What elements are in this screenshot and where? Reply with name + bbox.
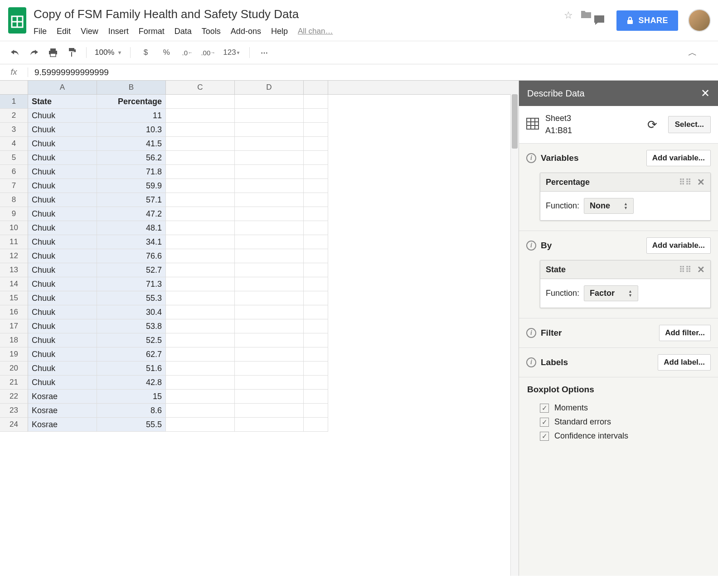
cell-c14[interactable]	[166, 277, 235, 291]
menu-data[interactable]: Data	[175, 27, 192, 36]
remove-variable-button[interactable]: ✕	[697, 177, 705, 188]
cell-a11[interactable]: Chuuk	[28, 235, 97, 249]
cell-b3[interactable]: 10.3	[97, 123, 166, 137]
cell-a3[interactable]: Chuuk	[28, 123, 97, 137]
cell-d22[interactable]	[235, 390, 304, 404]
row-header[interactable]: 18	[0, 333, 28, 347]
column-header-c[interactable]: C	[166, 81, 235, 94]
add-filter-button[interactable]: Add filter...	[659, 325, 711, 341]
cell-e11[interactable]	[304, 235, 328, 249]
cell-e8[interactable]	[304, 193, 328, 207]
cell-c4[interactable]	[166, 137, 235, 151]
cell-b1[interactable]: Percentage	[97, 95, 166, 109]
row-header[interactable]: 8	[0, 193, 28, 207]
cell-d21[interactable]	[235, 376, 304, 390]
cell-e12[interactable]	[304, 249, 328, 263]
row-header[interactable]: 16	[0, 305, 28, 319]
document-title[interactable]: Copy of FSM Family Health and Safety Stu…	[33, 5, 558, 23]
cell-a4[interactable]: Chuuk	[28, 137, 97, 151]
cell-b19[interactable]: 62.7	[97, 347, 166, 361]
cell-b18[interactable]: 52.5	[97, 333, 166, 347]
row-header[interactable]: 24	[0, 418, 28, 432]
row-header[interactable]: 20	[0, 361, 28, 376]
cell-d1[interactable]	[235, 95, 304, 109]
cell-c10[interactable]	[166, 221, 235, 235]
row-header[interactable]: 23	[0, 404, 28, 418]
cell-a16[interactable]: Chuuk	[28, 305, 97, 319]
cell-e5[interactable]	[304, 151, 328, 165]
cell-c22[interactable]	[166, 390, 235, 404]
cell-b16[interactable]: 30.4	[97, 305, 166, 319]
menu-insert[interactable]: Insert	[108, 27, 129, 36]
cell-e2[interactable]	[304, 109, 328, 123]
cell-d6[interactable]	[235, 165, 304, 179]
menu-help[interactable]: Help	[271, 27, 288, 36]
cell-d8[interactable]	[235, 193, 304, 207]
cell-d23[interactable]	[235, 404, 304, 418]
row-header[interactable]: 22	[0, 390, 28, 404]
cell-e19[interactable]	[304, 347, 328, 361]
cell-b6[interactable]: 71.8	[97, 165, 166, 179]
all-changes-link[interactable]: All chan…	[298, 27, 333, 36]
row-header[interactable]: 12	[0, 249, 28, 263]
cell-b21[interactable]: 42.8	[97, 376, 166, 390]
cell-d19[interactable]	[235, 347, 304, 361]
cell-a23[interactable]: Kosrae	[28, 404, 97, 418]
drag-handle-icon[interactable]: ⠿⠿	[679, 177, 692, 187]
cell-c7[interactable]	[166, 179, 235, 193]
cell-b7[interactable]: 59.9	[97, 179, 166, 193]
row-header[interactable]: 17	[0, 319, 28, 333]
cell-d4[interactable]	[235, 137, 304, 151]
cell-d15[interactable]	[235, 291, 304, 305]
cell-c8[interactable]	[166, 193, 235, 207]
refresh-button[interactable]: ⟳	[647, 118, 657, 132]
cell-e22[interactable]	[304, 390, 328, 404]
currency-button[interactable]: $	[137, 46, 154, 59]
menu-tools[interactable]: Tools	[202, 27, 221, 36]
cell-b13[interactable]: 52.7	[97, 263, 166, 277]
cell-e20[interactable]	[304, 361, 328, 376]
cell-a6[interactable]: Chuuk	[28, 165, 97, 179]
cell-c19[interactable]	[166, 347, 235, 361]
cell-b17[interactable]: 53.8	[97, 319, 166, 333]
percent-button[interactable]: %	[158, 46, 175, 59]
panel-close-button[interactable]: ✕	[701, 87, 710, 100]
decrease-decimal-button[interactable]: .0←	[179, 46, 196, 59]
cell-a2[interactable]: Chuuk	[28, 109, 97, 123]
row-header[interactable]: 4	[0, 137, 28, 151]
info-icon[interactable]: i	[526, 357, 536, 367]
cell-e6[interactable]	[304, 165, 328, 179]
row-header[interactable]: 1	[0, 95, 28, 109]
add-variable-button[interactable]: Add variable...	[646, 150, 711, 166]
cell-c3[interactable]	[166, 123, 235, 137]
cell-d7[interactable]	[235, 179, 304, 193]
cell-a10[interactable]: Chuuk	[28, 221, 97, 235]
cell-a22[interactable]: Kosrae	[28, 390, 97, 404]
cell-d2[interactable]	[235, 109, 304, 123]
cell-d12[interactable]	[235, 249, 304, 263]
column-header-d[interactable]: D	[235, 81, 304, 94]
add-by-variable-button[interactable]: Add variable...	[646, 237, 711, 254]
menu-view[interactable]: View	[81, 27, 98, 36]
cell-d24[interactable]	[235, 418, 304, 432]
cell-e15[interactable]	[304, 291, 328, 305]
spreadsheet-grid[interactable]: A B C D 1StatePercentage2Chuuk113Chuuk10…	[0, 81, 519, 576]
cell-a12[interactable]: Chuuk	[28, 249, 97, 263]
cell-c24[interactable]	[166, 418, 235, 432]
cell-e17[interactable]	[304, 319, 328, 333]
cell-a24[interactable]: Kosrae	[28, 418, 97, 432]
ci-checkbox[interactable]: ✓	[540, 432, 549, 441]
cell-a8[interactable]: Chuuk	[28, 193, 97, 207]
cell-c1[interactable]	[166, 95, 235, 109]
cell-e10[interactable]	[304, 221, 328, 235]
cell-e16[interactable]	[304, 305, 328, 319]
row-header[interactable]: 2	[0, 109, 28, 123]
cell-b5[interactable]: 56.2	[97, 151, 166, 165]
row-header[interactable]: 19	[0, 347, 28, 361]
cell-d10[interactable]	[235, 221, 304, 235]
cell-a21[interactable]: Chuuk	[28, 376, 97, 390]
cell-b15[interactable]: 55.3	[97, 291, 166, 305]
cell-c15[interactable]	[166, 291, 235, 305]
cell-a9[interactable]: Chuuk	[28, 207, 97, 221]
menu-format[interactable]: Format	[139, 27, 165, 36]
